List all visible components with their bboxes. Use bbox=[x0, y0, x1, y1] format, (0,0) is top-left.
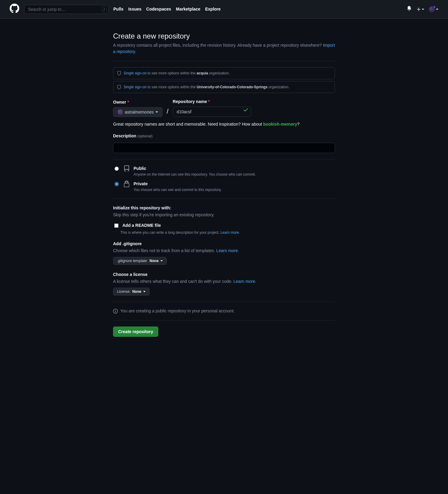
page-title: Create a new repository bbox=[113, 31, 335, 42]
owner-field: Owner * astralmemories bbox=[113, 99, 162, 117]
visibility-public-desc: Anyone on the internet can see this repo… bbox=[134, 172, 256, 177]
caret-down-icon bbox=[143, 291, 146, 292]
notifications-button[interactable] bbox=[407, 6, 412, 13]
caret-down-icon bbox=[422, 9, 424, 10]
create-new-menu[interactable] bbox=[416, 7, 424, 12]
gitignore-sub: Choose which files not to track from a l… bbox=[113, 248, 216, 253]
gitignore-heading: Add .gitignore bbox=[113, 241, 335, 247]
lead-text: A repository contains all project files,… bbox=[113, 43, 323, 48]
repo-name-input[interactable] bbox=[173, 107, 251, 117]
sso-notice: Single sign-on to see more options withi… bbox=[113, 81, 335, 93]
visibility-private-radio[interactable] bbox=[115, 182, 119, 186]
shield-icon bbox=[117, 85, 121, 89]
gitignore-section: Add .gitignore Choose which files not to… bbox=[113, 241, 335, 265]
repo-name-field: Repository name * bbox=[173, 98, 251, 117]
create-repository-button[interactable]: Create repository bbox=[113, 327, 158, 337]
nav-marketplace[interactable]: Marketplace bbox=[176, 6, 200, 12]
license-learn-more-link[interactable]: Learn more. bbox=[234, 279, 256, 284]
nav-codespaces[interactable]: Codespaces bbox=[146, 6, 171, 12]
caret-down-icon bbox=[156, 111, 158, 113]
description-field: Description (optional) bbox=[113, 133, 335, 153]
readme-learn-more-link[interactable]: Learn more. bbox=[220, 230, 240, 235]
info-icon bbox=[113, 309, 118, 314]
repo-icon bbox=[123, 165, 130, 174]
avatar bbox=[429, 6, 435, 12]
readme-checkbox[interactable] bbox=[114, 224, 118, 228]
owner-avatar-icon bbox=[118, 109, 123, 115]
sso-notice: Single sign-on to see more options withi… bbox=[113, 67, 335, 79]
account-notice: You are creating a public repository in … bbox=[113, 308, 335, 314]
divider bbox=[113, 199, 335, 199]
gitignore-learn-more-link[interactable]: Learn more. bbox=[216, 248, 239, 253]
bell-icon bbox=[407, 6, 412, 11]
license-section: Choose a license A license tells others … bbox=[113, 271, 335, 295]
plus-icon bbox=[416, 7, 421, 12]
search-input[interactable] bbox=[24, 5, 109, 14]
visibility-private-desc: You choose who can see and commit to thi… bbox=[134, 187, 222, 192]
visibility-private-option[interactable]: Private You choose who can see and commi… bbox=[113, 181, 335, 192]
shield-icon bbox=[117, 71, 121, 75]
search-kbd-icon: / bbox=[102, 6, 107, 12]
main-content: Create a new repository A repository con… bbox=[108, 19, 340, 355]
sso-org: University-of-Colorado-Colorado-Springs bbox=[197, 85, 267, 89]
sso-link[interactable]: Single sign-on bbox=[124, 85, 147, 89]
lock-icon bbox=[123, 181, 130, 189]
repo-name-label: Repository name * bbox=[173, 98, 251, 105]
license-sub: A license tells others what they can and… bbox=[113, 279, 234, 284]
caret-down-icon bbox=[436, 9, 438, 10]
init-subheading: Skip this step if you're importing an ex… bbox=[113, 212, 335, 218]
license-heading: Choose a license bbox=[113, 271, 335, 278]
visibility-private-title: Private bbox=[134, 181, 222, 187]
user-menu[interactable] bbox=[429, 6, 438, 12]
sso-org: acquia bbox=[197, 71, 208, 75]
owner-select-button[interactable]: astralmemories bbox=[113, 107, 162, 117]
visibility-public-radio[interactable] bbox=[115, 167, 119, 171]
gitignore-template-button[interactable]: .gitignore template: None bbox=[113, 257, 167, 265]
description-input[interactable] bbox=[113, 143, 335, 153]
notice-text: You are creating a public repository in … bbox=[120, 308, 235, 314]
caret-down-icon bbox=[160, 260, 163, 261]
readme-desc: This is where you can write a long descr… bbox=[120, 230, 220, 235]
visibility-public-title: Public bbox=[134, 165, 256, 172]
owner-repo-row: Owner * astralmemories / Repository name… bbox=[113, 98, 335, 117]
top-nav: Pulls Issues Codespaces Marketplace Expl… bbox=[113, 6, 221, 12]
github-mark-icon bbox=[10, 4, 19, 13]
slash-separator: / bbox=[165, 106, 170, 116]
license-select-button[interactable]: License: None bbox=[113, 288, 150, 295]
header-right bbox=[407, 6, 438, 13]
init-heading: Initialize this repository with: bbox=[113, 205, 335, 211]
global-header: / Pulls Issues Codespaces Marketplace Ex… bbox=[0, 0, 448, 19]
nav-explore[interactable]: Explore bbox=[205, 6, 220, 12]
description-label: Description (optional) bbox=[113, 133, 335, 139]
divider bbox=[113, 159, 335, 159]
visibility-public-option[interactable]: Public Anyone on the internet can see th… bbox=[113, 165, 335, 177]
name-hint: Great repository names are short and mem… bbox=[113, 121, 335, 127]
owner-label: Owner * bbox=[113, 99, 162, 105]
divider bbox=[113, 61, 335, 61]
status-dot-icon bbox=[433, 5, 436, 8]
readme-label[interactable]: Add a README file bbox=[113, 222, 335, 229]
readme-option: Add a README file This is where you can … bbox=[113, 222, 335, 235]
github-logo[interactable] bbox=[10, 4, 19, 15]
nav-issues[interactable]: Issues bbox=[128, 6, 141, 12]
check-icon bbox=[243, 108, 248, 114]
name-suggestion[interactable]: bookish-memory bbox=[263, 122, 297, 127]
sso-link[interactable]: Single sign-on bbox=[124, 71, 147, 75]
owner-value: astralmemories bbox=[125, 110, 154, 114]
nav-pulls[interactable]: Pulls bbox=[113, 6, 123, 12]
divider bbox=[113, 302, 335, 302]
search-wrap: / bbox=[24, 5, 109, 14]
divider bbox=[113, 320, 335, 320]
page-subtitle: A repository contains all project files,… bbox=[113, 42, 335, 55]
